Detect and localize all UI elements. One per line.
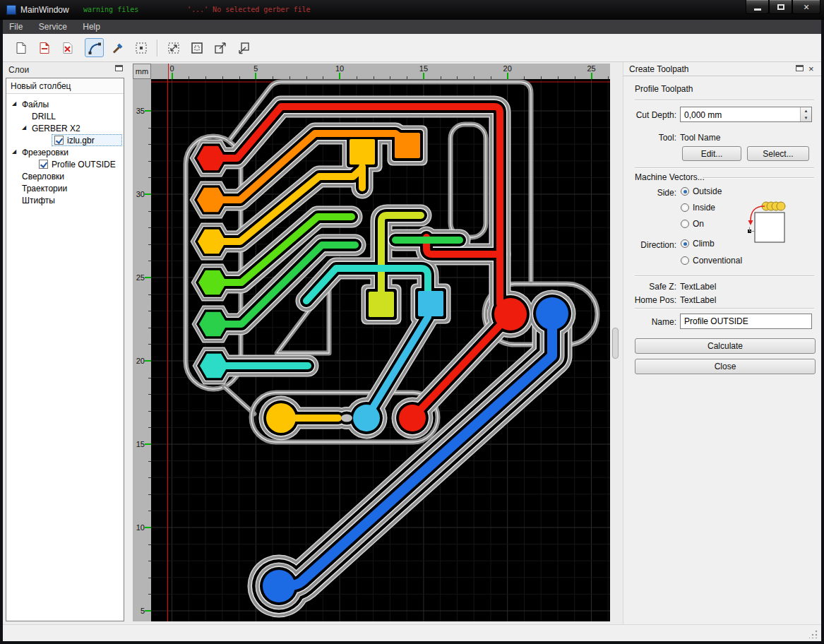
menu-help[interactable]: Help [76,20,107,34]
separator [635,167,814,169]
tree-item-gerber-x2[interactable]: ◢ GERBER X2 [6,122,124,134]
radio-icon [681,220,689,228]
open-gerber-button[interactable] [35,38,54,57]
home-pos-value: TextLabel [680,295,716,305]
spin-down-icon[interactable]: ▼ [801,114,811,121]
radio-icon [681,187,689,196]
selection-square-icon [134,41,148,55]
profile-toolpath-label: Profile Toolpath [635,84,693,94]
app-icon [6,5,16,15]
separator [635,100,814,101]
ruler-unit-label: mm [133,64,151,79]
tree-item-izlu-gbr[interactable]: izlu.gbr [6,134,124,146]
console-echo-warning: warning files [83,6,138,13]
side-on-radio[interactable]: On [681,219,704,229]
cut-depth-spinbox[interactable]: 0,000 mm ▲ ▼ [680,107,812,122]
toolpath-visibility-checkbox[interactable] [39,160,48,169]
panel-close-icon[interactable]: × [808,64,814,74]
spin-up-icon[interactable]: ▲ [801,107,811,114]
titlebar[interactable]: MainWindow warning files '...' No select… [0,0,824,20]
side-inside-radio[interactable]: Inside [681,203,715,213]
statusbar [3,624,821,641]
tree-item-drills[interactable]: Сверловки [6,170,124,182]
arc-path-icon [88,41,102,55]
ruler-horizontal: 0510152025 [151,64,610,79]
layer-visibility-checkbox[interactable] [54,136,64,145]
select-button[interactable]: Select... [747,146,809,161]
radio-icon [681,256,689,265]
open-project-button[interactable] [11,38,30,57]
minimize-button[interactable] [746,0,769,14]
direction-conventional-radio[interactable]: Conventional [681,256,742,266]
toolpath-arc-tool-button[interactable] [85,38,104,57]
resize-grip[interactable] [809,630,818,638]
tree-item-files[interactable]: ◢ Файлы [6,98,124,110]
expander-icon[interactable]: ◢ [12,148,16,155]
direction-label: Direction: [628,240,676,250]
radio-icon [681,239,689,248]
canvas-area: mm 0510152025 3530252015105 [133,64,610,621]
close-gerber-button[interactable] [58,38,77,57]
side-outside-radio[interactable]: Outside [681,186,722,196]
close-icon: × [804,1,809,13]
separator [635,308,814,309]
tree-item-profile-outside[interactable]: Profile OUTSIDE [6,158,124,170]
zoom-window-button[interactable] [187,38,206,57]
panel-splitter-handle[interactable] [612,328,619,359]
ruler-vertical: 3530252015105 [133,79,151,621]
maximize-button[interactable] [769,0,792,14]
menu-service[interactable]: Service [32,20,73,34]
tree-item-trajectories[interactable]: Траектории [6,182,124,194]
panel-close-button[interactable]: Close [635,359,816,374]
expander-icon[interactable]: ◢ [22,124,26,131]
home-pos-label: Home Pos: [628,295,676,305]
side-label: Side: [628,188,676,198]
machine-vectors-label: Machine Vectors... [635,172,705,182]
menubar: File Service Help [3,20,821,34]
radio-icon [681,203,689,212]
fit-selection-button[interactable] [131,38,150,57]
safe-z-label: Safe Z: [628,282,676,292]
separator [703,177,814,179]
brush-icon [111,41,125,55]
menu-file[interactable]: File [3,20,29,34]
zoom-selection-button[interactable] [164,38,183,57]
expander-icon[interactable]: ◢ [12,100,16,107]
panel-float-icon[interactable] [796,65,804,71]
gerber-document-icon [37,41,52,55]
tool-label: Tool: [628,133,676,143]
main-window: MainWindow warning files '...' No select… [0,0,824,644]
calculate-button[interactable]: Calculate [635,338,816,354]
panel-titlebar[interactable]: Create Toolpath × [623,62,821,76]
maximize-icon [777,4,784,10]
create-toolpath-panel: Create Toolpath × Profile Toolpath Cut D… [623,62,821,624]
zoom-in-extents-button[interactable] [234,38,253,57]
toolbar-separator [157,40,157,56]
side-diagram-image [744,198,789,245]
tree-item-pins[interactable]: Штифты [6,194,124,206]
tree-item-drill[interactable]: DRILL [6,110,124,122]
name-label: Name: [628,317,676,327]
cut-depth-label: Cut Depth: [628,110,676,120]
name-input[interactable]: Profile OUTSIDE [680,314,812,329]
console-echo-error: '...' No selected gerber file [187,6,311,13]
window-title: MainWindow [20,5,69,15]
zoom-out-arrow-icon [213,41,227,55]
layers-tree: Новый столбец ◢ Файлы DRILL ◢ GERBER X2 … [6,78,124,621]
direction-climb-radio[interactable]: Climb [681,239,715,249]
layers-panel-float-icon[interactable] [115,65,123,71]
tree-item-milling[interactable]: ◢ Фрезеровки [6,146,124,158]
layers-panel-title: Слои [8,65,29,75]
close-document-icon [61,41,75,55]
brush-tool-button[interactable] [108,38,127,57]
close-button[interactable]: × [792,0,820,14]
zoom-selection-icon [167,41,181,55]
toolbar [3,34,821,62]
zoom-out-extents-button[interactable] [210,38,229,57]
separator [635,275,814,277]
layers-tree-header[interactable]: Новый столбец [6,78,124,94]
document-icon [14,41,28,55]
zoom-window-icon [190,41,204,55]
edit-button[interactable]: Edit... [682,146,741,161]
pcb-drawing[interactable] [151,79,610,621]
